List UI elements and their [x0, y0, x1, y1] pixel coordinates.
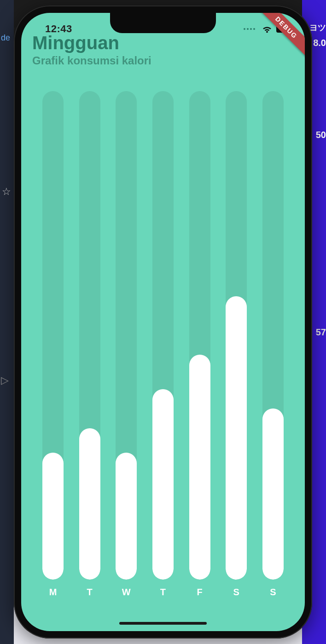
bar-label: W: [122, 587, 131, 598]
bar-fill: [42, 453, 64, 580]
backdrop-link-fragment: de: [0, 33, 10, 43]
bar-label: T: [87, 587, 93, 598]
bar-track: [226, 91, 247, 580]
bar-track: [42, 91, 64, 580]
bar-col[interactable]: S: [225, 91, 248, 600]
backdrop-right-number-c: 57: [316, 327, 326, 338]
bar-label: M: [49, 587, 57, 598]
bar-col[interactable]: T: [151, 91, 175, 600]
bar-track: [262, 91, 284, 580]
backdrop-right-number-a: 8.0: [313, 38, 326, 48]
wifi-icon: [262, 25, 273, 33]
bar-fill: [226, 296, 247, 580]
bar-track: [116, 91, 137, 580]
weekly-calorie-chart: MTWTFSS: [41, 91, 285, 600]
bar-track: [79, 91, 100, 580]
home-indicator[interactable]: [119, 622, 207, 625]
bar-col[interactable]: M: [41, 91, 64, 600]
bar-col[interactable]: S: [262, 91, 285, 600]
bar-label: F: [197, 587, 203, 598]
phone-frame: DEBUG 12:43 Mingguan Grafik konsumsi kal…: [14, 6, 312, 638]
bar-fill: [79, 428, 100, 580]
backdrop-right-glyph: ヨツ: [309, 22, 326, 33]
bar-fill: [189, 355, 210, 580]
backdrop-right-number-b: 50: [316, 130, 326, 140]
bar-label: S: [233, 587, 239, 598]
bar-col[interactable]: T: [78, 91, 101, 600]
phone-screen: DEBUG 12:43 Mingguan Grafik konsumsi kal…: [21, 13, 305, 631]
play-icon: ▷: [1, 374, 9, 386]
bar-col[interactable]: W: [115, 91, 138, 600]
bar-track: [189, 91, 210, 580]
device-notch: [110, 13, 216, 33]
bar-fill: [152, 389, 174, 580]
more-dots-icon: [244, 28, 255, 30]
status-time: 12:43: [45, 23, 72, 35]
page-subtitle: Grafik konsumsi kalori: [32, 54, 294, 67]
bar-fill: [116, 453, 137, 580]
bar-track: [152, 91, 174, 580]
bar-label: S: [270, 587, 276, 598]
bar-col[interactable]: F: [188, 91, 211, 600]
bar-fill: [262, 408, 284, 580]
star-icon: ☆: [2, 186, 11, 198]
bar-label: T: [160, 587, 166, 598]
